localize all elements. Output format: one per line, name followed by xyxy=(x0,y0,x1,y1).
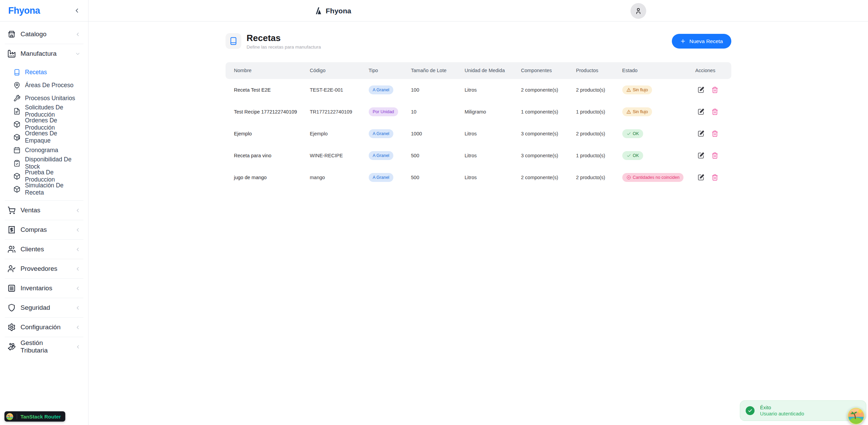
delete-button[interactable] xyxy=(711,174,718,181)
sidebar-item-label: Proveedores xyxy=(21,265,57,273)
cell-productos: 1 producto(s) xyxy=(576,153,622,158)
wrench-icon xyxy=(13,95,21,102)
sidebar-item-recetas[interactable]: Recetas xyxy=(4,66,84,79)
sidebar-item-ventas[interactable]: Ventas xyxy=(4,202,84,218)
warehouse-icon xyxy=(8,284,16,292)
sidebar-item-simulacion-de-receta[interactable]: Simulación De Receta xyxy=(4,183,84,196)
toast-title: Éxito xyxy=(760,405,804,410)
edit-button[interactable] xyxy=(697,130,704,137)
sidebar-item-gestion-tributaria[interactable]: Gestión Tributaria xyxy=(4,339,84,355)
sidebar-item-areas-de-proceso[interactable]: Áreas De Proceso xyxy=(4,79,84,92)
cell-componentes: 3 componente(s) xyxy=(521,131,576,136)
edit-button[interactable] xyxy=(697,87,704,93)
chevron-left-icon xyxy=(75,227,81,233)
success-check-icon xyxy=(746,406,755,415)
map-pin-icon xyxy=(13,82,21,89)
sidebar-item-solicitudes-de-produccion[interactable]: Solicitudes De Producción xyxy=(4,105,84,118)
sidebar-item-compras[interactable]: Compras xyxy=(4,222,84,238)
cell-unidad-de-medida: Litros xyxy=(465,153,521,158)
cell-unidad-de-medida: Litros xyxy=(465,131,521,136)
clipboard-check-icon xyxy=(13,160,21,167)
cell-acciones xyxy=(695,152,723,159)
package-icon xyxy=(13,121,21,128)
sidebar-item-disponibilidad-de-stock[interactable]: Disponibilidad De Stock xyxy=(4,157,84,170)
table-row: Receta para vino WINE-RECIPE A Granel 50… xyxy=(226,145,731,167)
delete-button[interactable] xyxy=(711,152,718,159)
sidebar-collapse-button[interactable] xyxy=(72,6,81,15)
sidebar-subitem-label: Procesos Unitarios xyxy=(25,95,75,102)
sidebar-item-catalogo[interactable]: Catalogo xyxy=(4,26,84,42)
toast-message: Usuario autenticado xyxy=(760,411,804,416)
sidebar-item-ordenes-de-produccion[interactable]: Ordenes De Producción xyxy=(4,118,84,131)
cell-codigo: mango xyxy=(310,175,369,180)
sidebar-item-inventarios[interactable]: Inventarios xyxy=(4,280,84,296)
new-recipe-button-label: Nueva Receta xyxy=(689,38,723,44)
column-header-acciones: Acciones xyxy=(695,68,723,73)
sidebar-subitem-label: Disponibilidad De Stock xyxy=(25,156,81,170)
tanstack-logo-icon xyxy=(6,413,13,420)
warning-icon xyxy=(626,109,631,114)
page-icon-box xyxy=(226,33,241,49)
table-row: Receta Test E2E TEST-E2E-001 A Granel 10… xyxy=(226,79,731,101)
tipo-badge: A Granel xyxy=(369,129,394,138)
column-header-componentes: Componentes xyxy=(521,68,576,73)
app-logo-icon xyxy=(314,6,323,15)
delete-button[interactable] xyxy=(711,130,718,137)
devtools-island-button[interactable] xyxy=(847,408,865,425)
sidebar-subitem-label: Solicitudes De Producción xyxy=(25,104,81,118)
sidebar-item-label: Configuración xyxy=(21,323,60,331)
shield-icon xyxy=(8,304,16,312)
edit-button[interactable] xyxy=(697,152,704,159)
chevron-down-icon xyxy=(75,51,81,57)
edit-button[interactable] xyxy=(697,174,704,181)
sidebar-brand: Fhyona xyxy=(8,5,40,16)
tanstack-router-devtools-badge[interactable]: TanStack Router xyxy=(4,411,65,422)
trash-icon xyxy=(711,87,718,93)
sidebar-item-proveedores[interactable]: Proveedores xyxy=(4,261,84,277)
cell-nombre: jugo de mango xyxy=(234,175,310,180)
plus-icon xyxy=(680,38,686,44)
delete-button[interactable] xyxy=(711,87,718,93)
sidebar-item-seguridad[interactable]: Seguridad xyxy=(4,300,84,316)
page-title: Recetas xyxy=(247,33,321,43)
page-subtitle: Define las recetas para manufactura xyxy=(247,44,321,50)
divider xyxy=(5,337,83,337)
users-icon xyxy=(8,245,16,253)
sidebar-item-procesos-unitarios[interactable]: Procesos Unitarios xyxy=(4,92,84,105)
tipo-badge: A Granel xyxy=(369,151,394,160)
new-recipe-button[interactable]: Nueva Receta xyxy=(672,34,731,49)
sidebar-item-prueba-de-produccion[interactable]: Prueba De Produccion xyxy=(4,170,84,183)
package-plus-icon xyxy=(13,134,21,141)
sidebar-item-clientes[interactable]: Clientes xyxy=(4,241,84,257)
edit-icon xyxy=(697,108,704,115)
sidebar-subitem-label: Áreas De Proceso xyxy=(25,82,73,89)
sidebar-item-label: Ventas xyxy=(21,207,40,214)
sidebar-item-configuracion[interactable]: Configuración xyxy=(4,319,84,335)
cell-productos: 2 producto(s) xyxy=(576,87,622,93)
divider xyxy=(5,200,83,201)
sidebar-subitem-label: Ordenes De Empaque xyxy=(25,130,81,144)
sidebar-item-ordenes-de-empaque[interactable]: Ordenes De Empaque xyxy=(4,131,84,144)
sidebar-item-label: Compras xyxy=(21,226,47,234)
receipt-icon xyxy=(8,226,16,234)
column-header-estado: Estado xyxy=(622,68,695,73)
sidebar-item-label: Clientes xyxy=(21,245,44,253)
calendar-icon xyxy=(13,147,21,154)
cell-unidad-de-medida: Litros xyxy=(465,175,521,180)
sidebar-item-cronograma[interactable]: Cronograma xyxy=(4,144,84,157)
sidebar-subitem-label: Simulación De Receta xyxy=(25,182,81,196)
cell-acciones xyxy=(695,108,723,115)
delete-button[interactable] xyxy=(711,108,718,115)
cell-tamano-de-lote: 1000 xyxy=(411,131,465,136)
column-header-nombre: Nombre xyxy=(234,68,310,73)
cell-tamano-de-lote: 10 xyxy=(411,109,465,115)
sidebar-item-manufactura[interactable]: Manufactura xyxy=(4,46,84,62)
cell-codigo: TEST-E2E-001 xyxy=(310,87,369,93)
user-avatar[interactable] xyxy=(630,3,646,19)
cell-componentes: 2 componente(s) xyxy=(521,87,576,93)
edit-button[interactable] xyxy=(697,108,704,115)
sidebar-header: Fhyona xyxy=(0,0,88,22)
divider xyxy=(5,220,83,220)
column-header-productos: Productos xyxy=(576,68,622,73)
warning-icon xyxy=(626,88,631,92)
